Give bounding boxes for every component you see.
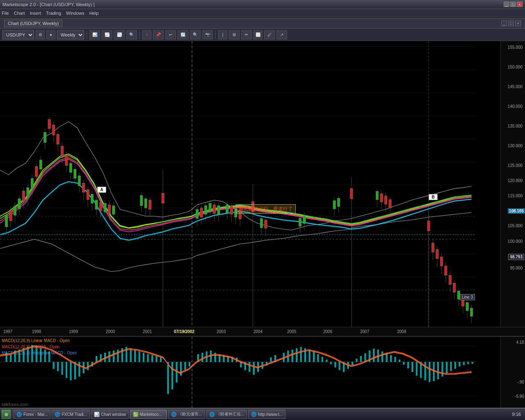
svg-rect-242 bbox=[416, 362, 418, 375]
toolbar-btn-9[interactable]: ↩ bbox=[165, 30, 176, 39]
svg-rect-88 bbox=[217, 205, 220, 214]
svg-rect-244 bbox=[425, 362, 426, 380]
x-axis: 1997 1998 1999 2000 2001 07/19/2002 2003… bbox=[0, 327, 525, 336]
chart-minimize-btn[interactable]: _ bbox=[501, 21, 507, 26]
svg-rect-236 bbox=[390, 355, 392, 362]
toolbar-btn-8[interactable]: 📌 bbox=[153, 30, 164, 39]
taskbar-btn-forex[interactable]: 🌐 Forex - Mar... bbox=[14, 410, 50, 419]
svg-rect-223 bbox=[334, 362, 336, 367]
toolbar-btn-12[interactable]: 📷 bbox=[202, 30, 213, 39]
svg-rect-234 bbox=[381, 352, 383, 362]
menu-insert[interactable]: Insert bbox=[30, 11, 41, 16]
svg-rect-26 bbox=[22, 191, 25, 201]
svg-rect-251 bbox=[454, 362, 456, 369]
symbol-select[interactable]: USD/JPY bbox=[2, 30, 34, 39]
svg-rect-159 bbox=[48, 352, 50, 362]
toolbar-sep-3 bbox=[215, 31, 216, 39]
start-button[interactable]: ⊞ bbox=[2, 410, 11, 419]
svg-rect-170 bbox=[96, 356, 97, 362]
price-label-125: 125.000 bbox=[508, 163, 524, 168]
x-label-2003: 2003 bbox=[217, 329, 226, 334]
toolbar-btn-17[interactable]: 🖊 bbox=[264, 30, 275, 39]
x-label-2001: 2001 bbox=[143, 329, 152, 334]
svg-rect-48 bbox=[69, 163, 72, 172]
timeframe-select[interactable]: Weekly bbox=[57, 30, 84, 39]
svg-rect-80 bbox=[200, 208, 203, 217]
svg-rect-126 bbox=[436, 249, 438, 258]
close-btn[interactable]: × bbox=[517, 2, 523, 7]
svg-rect-46 bbox=[65, 155, 68, 166]
chart-close-btn[interactable]: × bbox=[515, 21, 521, 26]
toolbar-btn-16[interactable]: ⬜ bbox=[253, 30, 262, 39]
taskbar-icon-1: 🌐 bbox=[16, 412, 22, 417]
svg-rect-86 bbox=[213, 205, 215, 213]
toolbar-btn-2[interactable]: ● bbox=[46, 30, 55, 39]
svg-rect-228 bbox=[356, 359, 357, 362]
menu-file[interactable]: File bbox=[2, 11, 9, 16]
maximize-btn[interactable]: □ bbox=[510, 2, 516, 7]
svg-rect-247 bbox=[437, 362, 439, 379]
taskbar-btn-marketscope[interactable]: 💹 Marketsco... bbox=[130, 410, 167, 419]
svg-rect-224 bbox=[339, 362, 340, 370]
toolbar-btn-4[interactable]: 📈 bbox=[102, 30, 112, 39]
price-label-105: 105.000 bbox=[508, 224, 524, 228]
svg-rect-120 bbox=[389, 200, 391, 208]
x-label-2006: 2006 bbox=[323, 329, 332, 334]
toolbar-btn-14[interactable]: ⊞ bbox=[229, 30, 240, 39]
taskbar-btn-chartwindow[interactable]: 📊 Chart window bbox=[91, 410, 129, 419]
toolbar-btn-15[interactable]: ✏ bbox=[241, 30, 252, 39]
toolbar-btn-18[interactable]: ↗ bbox=[276, 30, 287, 39]
svg-rect-229 bbox=[360, 356, 362, 362]
svg-rect-249 bbox=[446, 362, 447, 374]
svg-rect-164 bbox=[70, 362, 71, 380]
x-label-1999: 1999 bbox=[69, 329, 78, 334]
menu-help[interactable]: Help bbox=[89, 11, 99, 16]
taskbar-btn-fxcm[interactable]: 🌐 FXCM Tradi... bbox=[52, 410, 90, 419]
svg-rect-157 bbox=[40, 348, 41, 362]
taskbar-btn-http[interactable]: 🌐 http://www.t... bbox=[248, 410, 285, 419]
svg-rect-205 bbox=[253, 362, 255, 374]
svg-rect-74 bbox=[149, 200, 151, 209]
toolbar-btn-11[interactable]: 🔍 bbox=[190, 30, 201, 39]
menu-trading[interactable]: Trading bbox=[46, 11, 61, 16]
price-label-120: 120.000 bbox=[508, 178, 524, 183]
minimize-btn[interactable]: _ bbox=[504, 2, 509, 7]
taskbar-btn-talkforex[interactable]: 🌐 《轻者外汇论... bbox=[206, 410, 247, 419]
toolbar-btn-5[interactable]: 📉 bbox=[114, 30, 125, 39]
svg-rect-36 bbox=[44, 132, 46, 143]
svg-rect-66 bbox=[108, 205, 110, 213]
menu-windows[interactable]: Windows bbox=[66, 11, 84, 16]
svg-rect-217 bbox=[308, 349, 310, 362]
svg-rect-76 bbox=[162, 193, 164, 203]
toolbar-btn-6[interactable]: 🔍 bbox=[126, 30, 137, 39]
price-label-145: 145.000 bbox=[508, 84, 524, 89]
svg-rect-90 bbox=[226, 205, 228, 213]
price-chart-svg bbox=[0, 41, 476, 327]
toolbar-btn-3[interactable]: 📊 bbox=[89, 30, 100, 39]
toolbar-btn-10[interactable]: 🔄 bbox=[178, 30, 188, 39]
toolbar-sep-1 bbox=[87, 31, 87, 39]
svg-rect-104 bbox=[299, 218, 301, 226]
toolbar-btn-13[interactable]: | bbox=[218, 30, 227, 39]
svg-rect-112 bbox=[350, 189, 353, 199]
svg-rect-162 bbox=[61, 362, 63, 374]
macd-chart[interactable]: MACD(12,26,9) Linear MACD - Open MACD(12… bbox=[0, 337, 500, 408]
taskbar-btn-euro[interactable]: 🌐 《欧元债市... bbox=[168, 410, 205, 419]
taskbar-icon-2: 🌐 bbox=[55, 412, 60, 417]
toolbar-btn-7[interactable]: ↑ bbox=[142, 30, 151, 39]
current-price-label: 108.105 bbox=[508, 208, 525, 214]
svg-rect-213 bbox=[292, 349, 293, 362]
svg-rect-134 bbox=[453, 283, 456, 292]
svg-rect-102 bbox=[265, 220, 267, 228]
svg-rect-253 bbox=[463, 362, 465, 365]
menu-chart[interactable]: Chart bbox=[14, 11, 25, 16]
svg-rect-40 bbox=[52, 125, 55, 135]
price-chart[interactable]: A B 难把握的运行，看道行了 Line 3 bbox=[0, 41, 500, 327]
second-price-label: 98.793 bbox=[508, 254, 524, 260]
chart-restore-btn[interactable]: □ bbox=[508, 21, 514, 26]
svg-rect-24 bbox=[18, 199, 21, 209]
chart-area: A B 难把握的运行，看道行了 Line 3 155.000 150.000 1… bbox=[0, 41, 525, 336]
svg-rect-106 bbox=[303, 215, 306, 224]
toolbar-btn-1[interactable]: ⚙ bbox=[36, 30, 45, 39]
annotation-text: 难把握的运行，看道行了 bbox=[236, 204, 296, 214]
